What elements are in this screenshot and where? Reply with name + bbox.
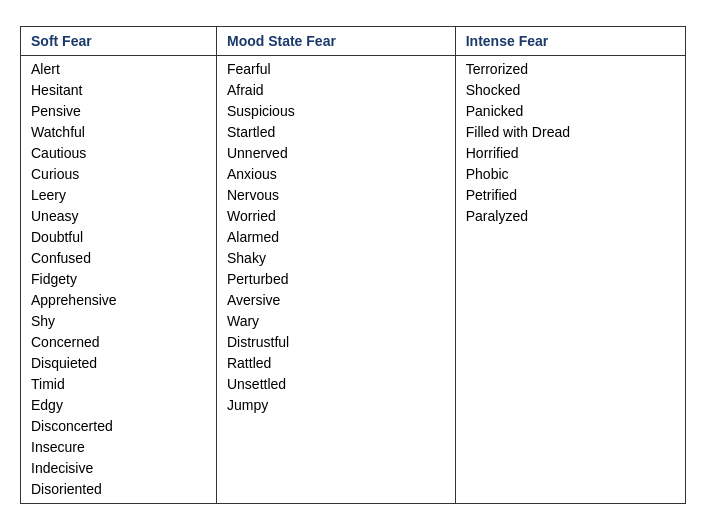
list-item: Shocked	[466, 80, 675, 101]
list-item: Concerned	[31, 332, 206, 353]
list-item: Distrustful	[227, 332, 445, 353]
list-item: Confused	[31, 248, 206, 269]
header-soft-fear: Soft Fear	[21, 26, 217, 55]
list-item: Alarmed	[227, 227, 445, 248]
list-item: Perturbed	[227, 269, 445, 290]
list-item: Watchful	[31, 122, 206, 143]
soft-fear-cell: AlertHesitantPensiveWatchfulCautiousCuri…	[21, 55, 217, 503]
header-row: Soft Fear Mood State Fear Intense Fear	[21, 26, 686, 55]
list-item: Indecisive	[31, 458, 206, 479]
intense-fear-cell: TerrorizedShockedPanickedFilled with Dre…	[455, 55, 685, 503]
header-mood-state-fear: Mood State Fear	[216, 26, 455, 55]
list-item: Shy	[31, 311, 206, 332]
list-item: Afraid	[227, 80, 445, 101]
intense-fear-list: TerrorizedShockedPanickedFilled with Dre…	[466, 59, 675, 227]
list-item: Leery	[31, 185, 206, 206]
list-item: Wary	[227, 311, 445, 332]
list-item: Rattled	[227, 353, 445, 374]
list-item: Fidgety	[31, 269, 206, 290]
list-item: Timid	[31, 374, 206, 395]
list-item: Unsettled	[227, 374, 445, 395]
list-item: Alert	[31, 59, 206, 80]
header-intense-fear: Intense Fear	[455, 26, 685, 55]
list-item: Startled	[227, 122, 445, 143]
list-item: Disconcerted	[31, 416, 206, 437]
list-item: Fearful	[227, 59, 445, 80]
table-container: Soft Fear Mood State Fear Intense Fear A…	[20, 26, 686, 504]
list-item: Phobic	[466, 164, 675, 185]
soft-fear-list: AlertHesitantPensiveWatchfulCautiousCuri…	[31, 59, 206, 500]
list-item: Unnerved	[227, 143, 445, 164]
list-item: Worried	[227, 206, 445, 227]
list-item: Nervous	[227, 185, 445, 206]
list-item: Disquieted	[31, 353, 206, 374]
list-item: Petrified	[466, 185, 675, 206]
mood-state-fear-cell: FearfulAfraidSuspiciousStartledUnnervedA…	[216, 55, 455, 503]
list-item: Insecure	[31, 437, 206, 458]
list-item: Disoriented	[31, 479, 206, 500]
list-item: Filled with Dread	[466, 122, 675, 143]
list-item: Cautious	[31, 143, 206, 164]
list-item: Aversive	[227, 290, 445, 311]
list-item: Apprehensive	[31, 290, 206, 311]
list-item: Pensive	[31, 101, 206, 122]
list-item: Uneasy	[31, 206, 206, 227]
list-item: Horrified	[466, 143, 675, 164]
fear-table: Soft Fear Mood State Fear Intense Fear A…	[20, 26, 686, 504]
table-row: AlertHesitantPensiveWatchfulCautiousCuri…	[21, 55, 686, 503]
list-item: Panicked	[466, 101, 675, 122]
list-item: Shaky	[227, 248, 445, 269]
list-item: Curious	[31, 164, 206, 185]
list-item: Jumpy	[227, 395, 445, 416]
list-item: Paralyzed	[466, 206, 675, 227]
mood-state-fear-list: FearfulAfraidSuspiciousStartledUnnervedA…	[227, 59, 445, 416]
list-item: Doubtful	[31, 227, 206, 248]
list-item: Hesitant	[31, 80, 206, 101]
list-item: Terrorized	[466, 59, 675, 80]
list-item: Edgy	[31, 395, 206, 416]
list-item: Anxious	[227, 164, 445, 185]
list-item: Suspicious	[227, 101, 445, 122]
